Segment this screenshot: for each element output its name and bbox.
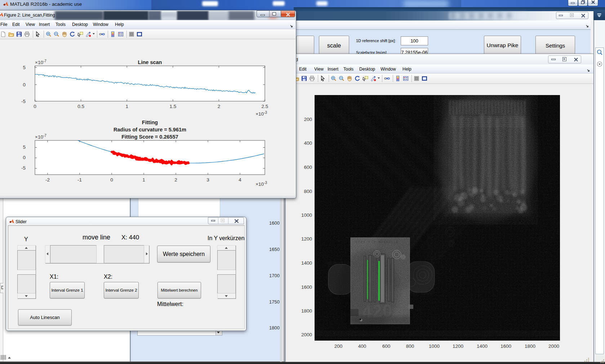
svg-text:-5: -5: [21, 99, 26, 104]
svg-text:1.5: 1.5: [169, 104, 176, 109]
svg-text:0: 0: [23, 155, 26, 160]
svg-text:-2: -2: [45, 177, 50, 183]
svg-text:2: 2: [174, 177, 177, 183]
svg-text:1: 1: [125, 104, 128, 109]
svg-text:4: 4: [239, 177, 241, 183]
svg-text:1: 1: [142, 177, 145, 183]
svg-text:×10-7: ×10-7: [35, 134, 46, 140]
svg-text:-5: -5: [21, 165, 26, 171]
svg-text:5: 5: [23, 65, 26, 70]
svg-text:5: 5: [23, 144, 26, 150]
svg-text:0: 0: [34, 104, 36, 109]
svg-text:0.5: 0.5: [77, 104, 84, 109]
svg-text:0: 0: [110, 177, 113, 183]
svg-text:Line scan: Line scan: [138, 59, 162, 65]
svg-text:×10-7: ×10-7: [35, 59, 46, 65]
svg-text:CONT.Y.Y MONROLLE: CONT.Y.Y MONROLLE: [356, 241, 398, 244]
svg-text:Fitting Score = 0.26557: Fitting Score = 0.26557: [121, 134, 178, 140]
svg-text:2: 2: [218, 104, 221, 109]
svg-text:×10-3: ×10-3: [255, 111, 267, 117]
svg-text:Fitting: Fitting: [142, 120, 158, 125]
svg-text:3: 3: [206, 177, 209, 183]
svg-text:×10-3: ×10-3: [255, 181, 267, 187]
svg-text:2.5: 2.5: [262, 104, 268, 109]
svg-text:Radius of curvature = 5.961m: Radius of curvature = 5.961m: [114, 127, 186, 132]
svg-text:-1: -1: [77, 177, 82, 183]
svg-text:0: 0: [23, 82, 26, 87]
